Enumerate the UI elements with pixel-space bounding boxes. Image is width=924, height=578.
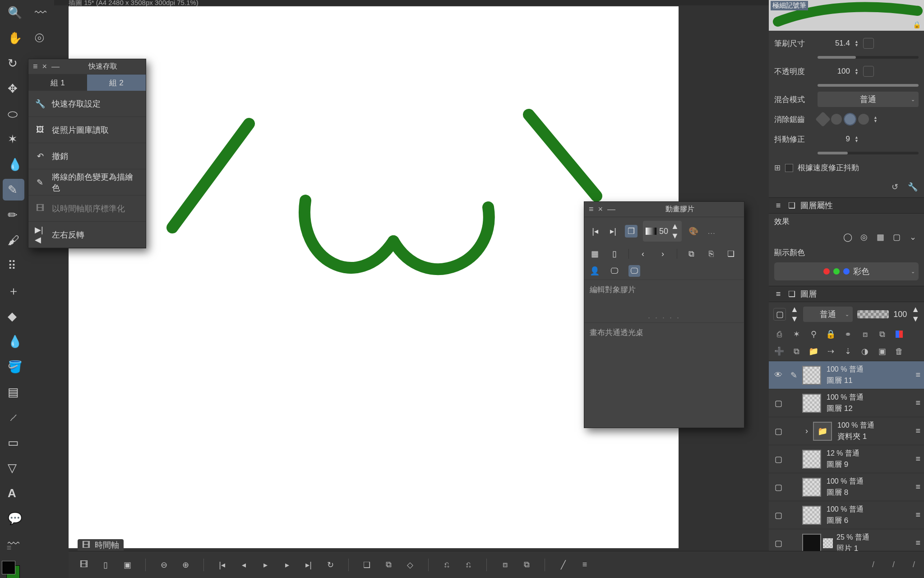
tl-next-icon[interactable]: ▸ [281,559,293,571]
tl-handle-icon[interactable]: ≡ [578,559,591,571]
quick-access-item[interactable]: 🖼從照片圖庫讀取 [28,117,146,143]
tl-prev-icon[interactable]: ◂ [237,559,250,571]
effect-square-icon[interactable]: ▢ [891,231,902,243]
layer-tool-f-icon[interactable]: ⧈ [859,328,871,340]
tl-cells-icon[interactable]: ⧉ [382,559,395,571]
frame-tool[interactable]: ▭ [3,432,24,453]
tl-clip-icon[interactable]: 🎞 [78,559,90,571]
layer-menu-icon[interactable]: ≡ [915,370,920,380]
quick-access-item[interactable]: 🎞以時間軸順序標準化 [28,196,146,222]
cells-opacity-field[interactable]: 50 ▲▼ [643,221,682,242]
layer-row[interactable]: ▢ 100 % 普通 圖層 8 ≡ [769,473,924,501]
cells-skip-back-icon[interactable]: |◂ [589,225,601,238]
stepper-icon[interactable]: ▲▼ [873,116,878,123]
stepper-icon[interactable]: ▲▼ [855,40,859,47]
eyedropper-tool[interactable]: 💧 [3,154,24,175]
quick-access-item[interactable]: 🔧快速存取設定 [28,91,146,117]
effect-more-icon[interactable]: ⌄ [907,231,919,243]
layer-row[interactable]: ▢ 100 % 普通 圖層 6 ≡ [769,501,924,529]
layer-menu-icon[interactable]: ≡ [915,538,920,548]
visibility-toggle[interactable]: ▢ [772,426,785,436]
layer-menu-icon[interactable]: ≡ [915,454,920,464]
expand-icon[interactable]: ⊞ [774,163,781,172]
tl-opt-a-icon[interactable]: ⎌ [440,559,453,571]
cells-grid-icon[interactable]: ▦ [589,248,601,260]
tl-rec-icon[interactable]: ▣ [121,559,134,571]
edit-indicator[interactable]: ✎ [787,370,800,380]
cells-copy-icon[interactable]: ⎘ [705,248,717,260]
wrench-icon[interactable]: 🔧 [907,181,919,193]
layer-row[interactable]: ▢ 100 % 普通 圖層 12 ≡ [769,389,924,417]
stepper-icon[interactable]: ▲▼ [790,305,799,324]
spray-tool[interactable]: ⠿ [3,255,24,276]
new-layer-icon[interactable]: ➕ [773,345,785,357]
visibility-toggle[interactable]: ▢ [772,454,785,464]
layer-menu-icon[interactable]: ≡ [915,426,920,436]
cells-stack-icon[interactable]: ❐ [625,225,638,238]
panel-drag-handle[interactable]: ≡ [0,545,18,551]
quick-access-tab-1[interactable]: 組 2 [87,75,146,91]
layer-transfer-icon[interactable]: ⇢ [825,345,836,357]
speech-tool[interactable]: 💬 [3,508,24,529]
brush-tool[interactable]: 🖌 [3,229,24,251]
stepper-icon[interactable]: ▲▼ [855,68,859,75]
cells-more-icon[interactable]: … [705,225,718,238]
lasso-tool[interactable]: ⬭ [3,103,24,125]
search-icon[interactable]: 🔍 [3,2,24,23]
layer-row[interactable]: ▢ 12 % 普通 圖層 9 ≡ [769,445,924,473]
brush-size-slider[interactable] [818,56,919,59]
close-icon[interactable]: × [42,62,47,71]
twisty-icon[interactable]: › [802,426,811,436]
cells-person-icon[interactable]: 👤 [589,265,601,277]
cells-monitor-on-icon[interactable]: 🖵 [628,265,640,277]
tl-zoom-in-icon[interactable]: ⊕ [179,559,192,571]
hand-tool[interactable]: ✋ [3,27,24,49]
quick-access-item[interactable]: ▶|◀左右反轉 [28,222,146,248]
layer-filter-icon[interactable]: ▢ [773,308,786,321]
panel-menu-icon[interactable]: ≡ [773,200,783,210]
tl-last-icon[interactable]: ▸| [302,559,315,571]
layer-opacity-value[interactable]: 100 [893,310,907,319]
stabilize-slider[interactable] [818,152,919,154]
bucket-tool[interactable]: 🪣 [3,356,24,378]
smudge-tool[interactable]: 〰 [3,533,24,555]
show-color-select[interactable]: 彩色 ⌄ [774,262,919,280]
cells-stack2-icon[interactable]: ❏ [725,248,737,260]
tl-onion-icon[interactable]: ❑ [360,559,373,571]
layer-menu-icon[interactable]: ≡ [915,510,920,520]
ruler-tool[interactable]: ▽ [3,457,24,479]
minimize-icon[interactable]: — [607,205,615,214]
stepper-icon[interactable]: ▲▼ [911,305,919,324]
color-swatch[interactable] [2,561,17,576]
eraser-tool[interactable]: ◆ [3,305,24,327]
visibility-toggle[interactable]: ▢ [772,482,785,492]
layer-opacity-slider[interactable] [857,310,889,318]
stepper-icon[interactable]: ▲▼ [855,135,859,143]
brush-opacity-slider[interactable] [818,84,919,87]
quick-access-item[interactable]: ↶撤銷 [28,143,146,169]
quick-access-item[interactable]: ✎將線的顏色變更為描繪色 [28,169,146,196]
tl-zoom-out-icon[interactable]: ⊖ [157,559,170,571]
minimize-icon[interactable]: — [51,62,60,71]
cells-page-icon[interactable]: ▯ [609,248,620,260]
curve-tool[interactable]: ⟋ [3,406,24,428]
subtool-b-icon[interactable]: ⦾ [30,27,51,49]
stabilize-value[interactable]: 9 [818,135,850,144]
gradient-tool[interactable]: ▤ [3,381,24,403]
rotate-tool[interactable]: ↻ [3,52,24,74]
layer-merge-icon[interactable]: ⇣ [842,345,854,357]
tl-opt-b-icon[interactable]: ⎌ [462,559,475,571]
layer-tool-c-icon[interactable]: ⚲ [808,328,819,340]
tl-opt-d-icon[interactable]: ⧉ [520,559,533,571]
lock-icon[interactable]: 🔒 [913,21,921,29]
delete-layer-icon[interactable]: 🗑 [893,345,905,357]
blend-tool[interactable]: 💧 [3,331,24,352]
cells-skip-fwd-icon[interactable]: ▸| [607,225,619,238]
close-icon[interactable]: × [598,205,603,214]
visibility-toggle[interactable]: ▢ [772,538,785,548]
layer-blend-select[interactable]: 普通 ⌄ [803,307,853,322]
wand-tool[interactable]: ✶ [3,128,24,150]
visibility-toggle[interactable]: ▢ [772,398,785,408]
brush-size-value[interactable]: 51.4 [818,39,850,48]
speed-correct-checkbox[interactable] [785,164,793,172]
